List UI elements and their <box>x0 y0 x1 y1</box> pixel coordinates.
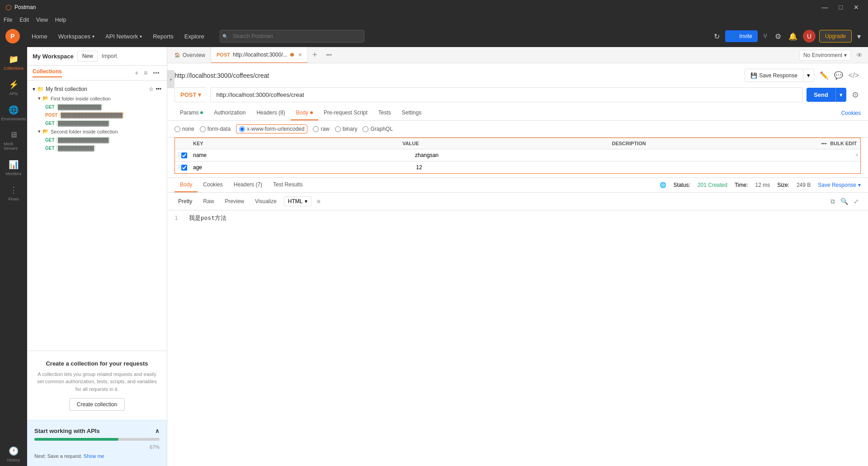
more-collections-icon[interactable]: ••• <box>151 68 161 77</box>
sidebar-item-flows[interactable]: ⋮ Flows <box>2 181 25 205</box>
collection-star-icon[interactable]: ☆ <box>149 86 154 92</box>
form-data-radio[interactable]: form-data <box>200 126 231 132</box>
raw-radio[interactable]: raw <box>313 126 329 132</box>
sidebar-item-mock-servers[interactable]: 🖥 Mock Servers <box>2 127 25 154</box>
row1-value[interactable] <box>411 149 633 161</box>
params-tab[interactable]: Params <box>175 106 208 120</box>
copy-response-icon[interactable]: ⧉ <box>829 197 837 206</box>
body-tab[interactable]: Body <box>291 106 318 120</box>
env-visibility-icon[interactable]: 👁 <box>854 51 864 60</box>
upgrade-button[interactable]: Upgrade <box>819 30 852 43</box>
method-dropdown[interactable]: POST ▾ <box>175 87 207 102</box>
maximize-button[interactable]: □ <box>835 3 846 12</box>
request-item[interactable]: GET ▓▓▓▓▓▓▓▓▓▓ <box>27 144 167 152</box>
row2-key-input[interactable] <box>193 164 409 171</box>
search-response-icon[interactable]: 🔍 <box>839 197 850 206</box>
env-dropdown[interactable]: No Environment ▾ <box>799 50 851 61</box>
overview-tab[interactable]: 🏠 Overview <box>169 47 211 63</box>
preview-format-tab[interactable]: Preview <box>221 196 248 206</box>
panel-collapse-handle[interactable]: › <box>167 70 175 88</box>
save-response-button[interactable]: Save Response ▾ <box>818 182 861 188</box>
fork-icon[interactable]: ⑂ <box>761 30 769 42</box>
close-button[interactable]: ✕ <box>850 3 863 12</box>
new-button[interactable]: New <box>77 51 98 62</box>
more-tabs-icon[interactable]: ••• <box>321 52 336 58</box>
nav-reports[interactable]: Reports <box>148 30 178 43</box>
row1-desc[interactable] <box>633 149 855 161</box>
upgrade-chevron-icon[interactable]: ▾ <box>855 30 863 43</box>
collections-tab[interactable]: Collections <box>33 68 62 77</box>
row2-checkbox[interactable] <box>181 165 187 171</box>
folder-item-1[interactable]: ▾ 📂 First folder inside collection <box>27 94 167 103</box>
row1-checkbox[interactable] <box>181 152 187 158</box>
nav-api-network[interactable]: API Network ▾ <box>101 30 146 43</box>
row2-desc-input[interactable] <box>639 164 855 171</box>
menu-help[interactable]: Help <box>55 17 66 23</box>
resize-response-icon[interactable]: ⤢ <box>852 197 861 206</box>
show-me-link[interactable]: Show me <box>84 453 104 459</box>
bulk-edit-label[interactable]: Bulk Edit <box>830 141 857 146</box>
pretty-format-tab[interactable]: Pretty <box>175 196 196 206</box>
add-tab-button[interactable]: + <box>308 50 322 60</box>
menu-view[interactable]: View <box>36 17 48 23</box>
authorization-tab[interactable]: Authorization <box>208 106 251 120</box>
request-item[interactable]: GET ▓▓▓▓▓▓▓▓▓▓▓▓ <box>27 103 167 111</box>
invite-button[interactable]: 👤 Invite <box>725 30 758 42</box>
search-input[interactable] <box>220 30 364 43</box>
nav-home[interactable]: Home <box>27 30 52 43</box>
collection-item[interactable]: ▾ 📁 My first collection ☆ ••• <box>27 84 167 94</box>
request-item[interactable]: GET ▓▓▓▓▓▓▓▓▓▓▓▓▓▓ <box>27 119 167 127</box>
save-dropdown-icon[interactable]: ▾ <box>803 69 814 82</box>
collapse-icon[interactable]: ∧ <box>155 428 160 434</box>
urlencoded-radio[interactable]: x-www-form-urlencoded <box>236 124 307 133</box>
sidebar-item-environments[interactable]: 🌐 Environments <box>2 101 25 125</box>
menu-file[interactable]: File <box>4 17 12 23</box>
cookies-link[interactable]: Cookies <box>841 110 861 116</box>
row1-key-input[interactable] <box>193 152 408 158</box>
import-button[interactable]: Import <box>102 53 117 59</box>
resp-body-tab[interactable]: Body <box>175 178 198 192</box>
visualize-format-tab[interactable]: Visualize <box>251 196 280 206</box>
nav-workspaces[interactable]: Workspaces ▾ <box>54 30 99 43</box>
sidebar-item-monitors[interactable]: 📊 Monitors <box>2 156 25 180</box>
raw-format-tab[interactable]: Raw <box>199 196 217 206</box>
resp-test-results-tab[interactable]: Test Results <box>268 178 308 192</box>
graphql-radio[interactable]: GraphQL <box>363 126 392 132</box>
comment-icon[interactable]: 💬 <box>832 70 845 81</box>
row1-value-input[interactable] <box>415 152 630 158</box>
send-button[interactable]: Send <box>807 88 835 102</box>
add-collection-icon[interactable]: + <box>133 68 140 77</box>
resp-cookies-tab[interactable]: Cookies <box>198 178 228 192</box>
env-settings-icon[interactable]: ⚙ <box>850 89 861 101</box>
drag-handle-icon[interactable]: ⠿ <box>177 152 181 158</box>
settings-tab[interactable]: Settings <box>396 106 427 120</box>
more-params-icon[interactable]: ••• <box>821 141 827 146</box>
url-input[interactable] <box>210 87 803 102</box>
nav-explore[interactable]: Explore <box>180 30 209 43</box>
code-icon[interactable]: </> <box>847 71 861 81</box>
request-tab-post[interactable]: POST http://localhost:3000/... × <box>211 47 308 63</box>
drag-handle-icon[interactable]: ⠿ <box>177 164 181 171</box>
edit-icon[interactable]: ✏️ <box>818 70 830 81</box>
headers-tab[interactable]: Headers (8) <box>251 106 290 120</box>
resp-headers-tab[interactable]: Headers (7) <box>228 178 268 192</box>
sync-icon[interactable]: ↻ <box>712 30 722 43</box>
save-button[interactable]: 💾 Save Response <box>745 69 803 82</box>
menu-edit[interactable]: Edit <box>19 17 29 23</box>
row2-desc[interactable] <box>636 162 859 173</box>
binary-radio[interactable]: binary <box>335 126 358 132</box>
request-item[interactable]: POST ▓▓▓▓▓▓▓▓▓▓▓▓▓▓▓▓▓ <box>27 111 167 119</box>
row1-delete-icon[interactable]: × <box>855 152 859 158</box>
tests-tab[interactable]: Tests <box>373 106 396 120</box>
folder-item-2[interactable]: ▾ 📂 Second folder inside collection <box>27 127 167 136</box>
sidebar-item-history[interactable]: 🕐 History <box>2 442 25 466</box>
minimize-button[interactable]: — <box>818 3 832 12</box>
row2-key[interactable] <box>189 162 412 173</box>
sidebar-item-apis[interactable]: ⚡ APIs <box>2 76 25 100</box>
filter-collections-icon[interactable]: ≡ <box>142 68 149 77</box>
tab-close-icon[interactable]: × <box>298 51 302 58</box>
format-type-dropdown[interactable]: HTML ▾ <box>284 196 311 206</box>
create-collection-button[interactable]: Create collection <box>69 398 125 411</box>
row2-value-input[interactable] <box>416 164 632 171</box>
bell-icon[interactable]: 🔔 <box>787 30 799 43</box>
